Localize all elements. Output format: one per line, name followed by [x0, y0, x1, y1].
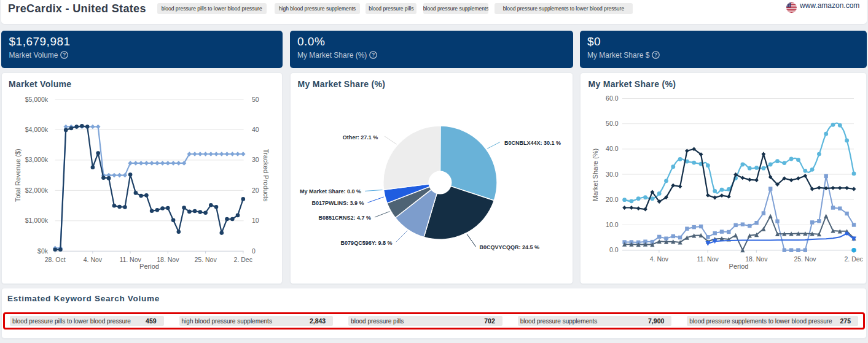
svg-text:B0CQVYCQQR: 24.5 %: B0CQVYCQQR: 24.5 % [480, 244, 540, 250]
svg-text:11. Nov: 11. Nov [119, 256, 141, 263]
svg-text:2. Dec: 2. Dec [845, 255, 863, 263]
svg-text:25. Nov: 25. Nov [794, 255, 816, 263]
svg-text:$3,000k: $3,000k [25, 156, 49, 163]
svg-text:40.0: 40.0 [606, 145, 619, 152]
svg-text:20.0: 20.0 [606, 196, 619, 203]
svg-text:11. Nov: 11. Nov [697, 255, 719, 263]
svg-text:30: 30 [252, 156, 259, 163]
svg-text:50.0: 50.0 [606, 120, 619, 127]
svg-text:0.0: 0.0 [609, 246, 619, 253]
svg-text:20: 20 [252, 187, 259, 194]
svg-text:10.0: 10.0 [606, 221, 619, 228]
svg-text:0: 0 [252, 247, 256, 255]
svg-text:Period: Period [729, 263, 749, 270]
svg-text:Total Revenue ($): Total Revenue ($) [15, 148, 22, 202]
svg-text:60.0: 60.0 [606, 94, 619, 102]
svg-text:$2,000k: $2,000k [25, 187, 49, 194]
svg-text:4. Nov: 4. Nov [650, 255, 669, 263]
svg-text:28. Oct: 28. Oct [45, 256, 66, 263]
svg-text:18. Nov: 18. Nov [745, 255, 768, 263]
svg-text:Other: 27.1 %: Other: 27.1 % [343, 134, 378, 141]
svg-text:Period: Period [139, 263, 159, 270]
svg-text:30.0: 30.0 [606, 171, 619, 178]
svg-text:40: 40 [252, 126, 259, 133]
svg-text:$1,000k: $1,000k [25, 217, 49, 224]
svg-text:50: 50 [252, 96, 259, 103]
svg-text:2. Dec: 2. Dec [234, 256, 252, 263]
svg-text:B0CNBLX44X: 30.1 %: B0CNBLX44X: 30.1 % [504, 140, 561, 146]
svg-text:$4,000k: $4,000k [25, 126, 49, 133]
svg-text:25. Nov: 25. Nov [195, 256, 217, 263]
svg-text:My Market Share: 0.0 %: My Market Share: 0.0 % [300, 188, 361, 195]
svg-text:B0851CRNS2: 4.7 %: B0851CRNS2: 4.7 % [318, 215, 371, 221]
svg-text:B017PWLINS: 3.9 %: B017PWLINS: 3.9 % [311, 200, 364, 206]
svg-text:4. Nov: 4. Nov [84, 256, 103, 263]
svg-text:B079QC596Y: 9.8 %: B079QC596Y: 9.8 % [341, 240, 393, 246]
svg-text:$5,000k: $5,000k [25, 96, 49, 103]
svg-text:Tracked Products: Tracked Products [262, 149, 270, 202]
svg-text:10: 10 [252, 217, 259, 224]
svg-text:Market Share (%): Market Share (%) [592, 148, 599, 201]
svg-text:$0k: $0k [37, 247, 49, 255]
svg-text:18. Nov: 18. Nov [157, 256, 179, 263]
